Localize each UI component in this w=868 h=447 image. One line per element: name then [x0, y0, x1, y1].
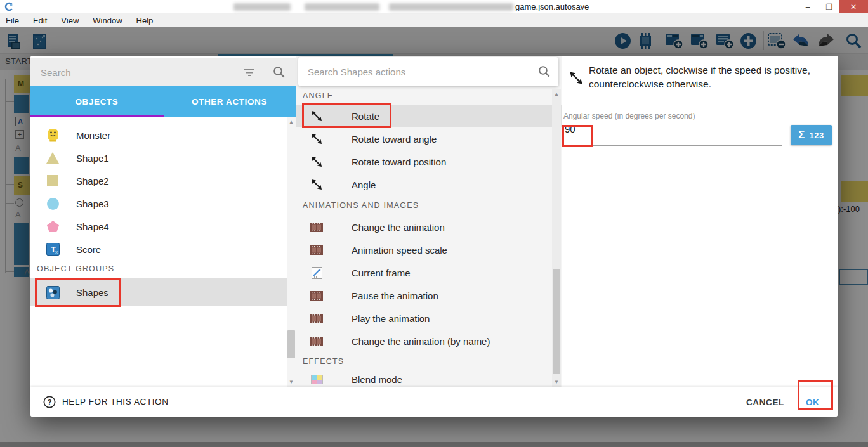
menu-edit[interactable]: Edit [26, 16, 54, 25]
filmstrip-icon [310, 334, 324, 348]
action-row-pause-animation[interactable]: Pause the animation [296, 284, 552, 307]
object-row-shape3[interactable]: Shape3 [30, 192, 287, 215]
filmstrip-icon [310, 288, 324, 302]
section-header-angle: ANGLE [303, 91, 333, 100]
help-link[interactable]: ? HELP FOR THIS ACTION [43, 396, 169, 408]
svg-text:?: ? [48, 398, 52, 406]
object-list-scrollbar[interactable]: ▲ ▼ [287, 117, 296, 387]
annotation-box-shapes-group [35, 278, 121, 307]
object-row-shape2[interactable]: Shape2 [30, 169, 287, 192]
rotate-icon [310, 132, 324, 146]
actions-search-card [298, 57, 558, 86]
expression-editor-button[interactable]: Σ 123 [791, 125, 832, 145]
monster-object-icon [46, 128, 60, 142]
menu-view[interactable]: View [54, 16, 86, 25]
gdevelop-logo-icon [4, 2, 14, 11]
rotate-icon [310, 155, 324, 169]
object-search-input[interactable] [30, 67, 221, 79]
app-window: game.json.autosave – ❐ ✕ File Edit View … [0, 0, 868, 447]
action-row-blend-mode[interactable]: Blend mode [296, 372, 552, 387]
object-row-monster[interactable]: Monster [30, 124, 287, 146]
menu-bar: File Edit View Window Help [0, 13, 868, 27]
object-groups-header: OBJECT GROUPS [37, 264, 114, 273]
annotation-box-rotate-action [302, 103, 391, 128]
rotate-icon [568, 70, 584, 86]
filmstrip-icon [310, 311, 324, 325]
action-description: Rotate an object, clockwise if the speed… [589, 63, 825, 91]
window-title: game.json.autosave [515, 2, 589, 11]
action-editor-dialog: OBJECTS OTHER ACTIONS Monster Shape1 [30, 56, 838, 417]
action-row-current-frame[interactable]: Current frame [296, 261, 552, 284]
title-redacted-segment [233, 3, 291, 11]
title-redacted-segment [305, 3, 379, 11]
object-search-bar [30, 58, 296, 86]
actions-list-scrollbar[interactable]: ▲ ▼ [552, 89, 561, 387]
frame-page-icon [310, 266, 324, 280]
rotate-icon [310, 178, 324, 191]
dialog-footer: ? HELP FOR THIS ACTION CANCEL OK [30, 387, 838, 417]
object-row-shape4[interactable]: Shape4 [30, 215, 287, 238]
angular-speed-input[interactable] [563, 123, 779, 135]
sigma-icon: Σ [798, 129, 805, 141]
param-label: Angular speed (in degrees per second) [563, 112, 695, 120]
section-header-animations: ANIMATIONS AND IMAGES [303, 201, 419, 210]
filmstrip-icon [310, 243, 324, 257]
input-underline [562, 145, 782, 146]
tab-other-actions[interactable]: OTHER ACTIONS [163, 86, 296, 117]
object-list: Monster Shape1 Shape2 [30, 117, 296, 387]
action-row-rotate-toward-position[interactable]: Rotate toward position [296, 150, 552, 173]
pentagon-object-icon [46, 219, 60, 233]
object-row-shape1[interactable]: Shape1 [30, 146, 287, 169]
menu-window[interactable]: Window [86, 16, 129, 25]
close-button[interactable]: ✕ [839, 0, 868, 13]
object-selector-panel: OBJECTS OTHER ACTIONS Monster Shape1 [30, 56, 296, 387]
title-redacted-segment [389, 3, 513, 11]
section-header-effects: EFFECTS [303, 357, 344, 366]
menu-file[interactable]: File [0, 16, 26, 25]
actions-search-input[interactable] [298, 66, 514, 78]
search-icon[interactable] [538, 65, 550, 77]
search-icon[interactable] [273, 66, 285, 78]
svg-text:x: x [55, 249, 58, 255]
blend-mode-icon [310, 372, 324, 386]
restore-button[interactable]: ❐ [819, 0, 840, 13]
action-row-change-animation-by-name[interactable]: Change the animation (by name) [296, 330, 552, 353]
cancel-button[interactable]: CANCEL [746, 398, 784, 407]
action-row-animation-speed-scale[interactable]: Animation speed scale [296, 238, 552, 261]
tab-objects[interactable]: OBJECTS [30, 86, 163, 117]
filter-icon[interactable] [244, 67, 255, 77]
annotation-box-ok-button [798, 380, 833, 410]
triangle-object-icon [46, 151, 60, 165]
filmstrip-icon [310, 220, 324, 234]
object-tabs: OBJECTS OTHER ACTIONS [30, 86, 296, 117]
help-icon: ? [43, 396, 56, 408]
action-row-change-animation[interactable]: Change the animation [296, 216, 552, 238]
annotation-box-angular-speed [562, 125, 593, 147]
action-row-angle[interactable]: Angle [296, 173, 552, 196]
action-details-panel: Rotate an object, clockwise if the speed… [562, 56, 838, 387]
action-row-play-animation[interactable]: Play the animation [296, 307, 552, 330]
text-object-icon: Tx [46, 242, 60, 256]
minimize-button[interactable]: – [797, 0, 819, 13]
square-object-icon [46, 174, 60, 188]
circle-object-icon [46, 197, 60, 211]
menu-help[interactable]: Help [129, 16, 161, 25]
action-row-rotate-toward-angle[interactable]: Rotate toward angle [296, 127, 552, 150]
object-row-score[interactable]: Tx Score [30, 238, 287, 261]
